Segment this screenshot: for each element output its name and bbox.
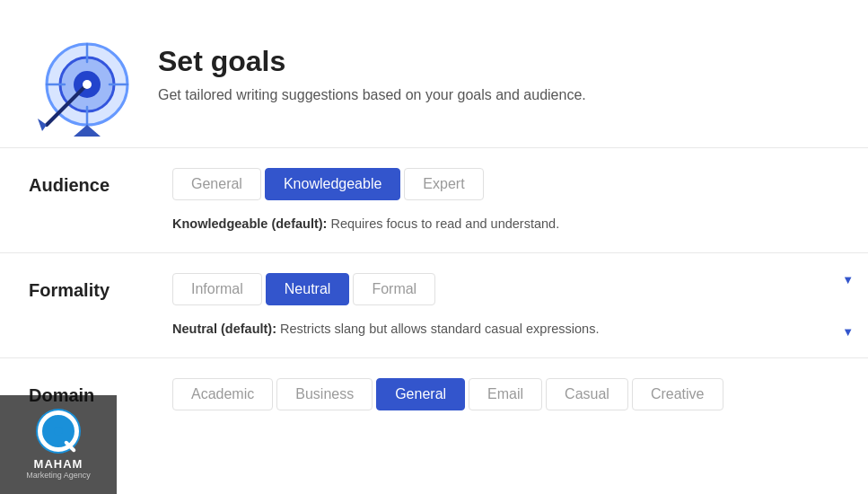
audience-general-button[interactable]: General [172, 168, 261, 200]
domain-academic-button[interactable]: Academic [172, 378, 273, 410]
svg-point-6 [83, 80, 92, 89]
domain-creative-button[interactable]: Creative [632, 378, 723, 410]
formality-description: Neutral (default): Restricts slang but a… [172, 316, 839, 340]
domain-button-group: Academic Business General Email Casual C… [172, 378, 839, 410]
svg-marker-12 [74, 125, 101, 137]
svg-marker-7 [38, 119, 47, 131]
domain-content: Academic Business General Email Casual C… [172, 378, 839, 421]
scroll-controls: ▼ [842, 273, 854, 287]
audience-description-rest: Requires focus to read and understand. [330, 216, 559, 231]
page-container: Set goals Get tailored writing suggestio… [0, 0, 868, 494]
audience-description: Knowledgeable (default): Requires focus … [172, 211, 839, 234]
domain-business-button[interactable]: Business [276, 378, 373, 410]
audience-description-bold: Knowledgeable (default): [172, 216, 327, 231]
logo-search-handle [64, 440, 76, 453]
domain-casual-button[interactable]: Casual [546, 378, 628, 410]
audience-button-group: General Knowledgeable Expert [172, 168, 839, 200]
formality-formal-button[interactable]: Formal [353, 273, 435, 305]
header-section: Set goals Get tailored writing suggestio… [0, 0, 868, 148]
audience-section: Audience General Knowledgeable Expert Kn… [0, 148, 868, 253]
formality-description-rest: Restricts slang but allows standard casu… [280, 322, 599, 336]
page-subtitle: Get tailored writing suggestions based o… [158, 85, 586, 105]
audience-expert-button[interactable]: Expert [404, 168, 483, 200]
formality-content: Informal Neutral Formal Neutral (default… [172, 273, 839, 340]
audience-label: Audience [29, 168, 172, 196]
logo-main-text: MAHAM [34, 457, 83, 471]
domain-general-button[interactable]: General [376, 378, 465, 410]
scroll-down-arrow[interactable]: ▼ [842, 325, 854, 339]
scroll-up-arrow[interactable]: ▼ [842, 273, 854, 287]
formality-section: Formality Informal Neutral Formal Neutra… [0, 253, 868, 358]
formality-label: Formality [29, 273, 172, 301]
formality-description-bold: Neutral (default): [172, 322, 276, 336]
formality-neutral-button[interactable]: Neutral [266, 273, 350, 305]
logo-sub-text: Marketing Agency [26, 471, 91, 481]
audience-knowledgeable-button[interactable]: Knowledgeable [265, 168, 400, 200]
page-title: Set goals [158, 45, 586, 78]
audience-content: General Knowledgeable Expert Knowledgeab… [172, 168, 839, 234]
scroll-down-arrow-container: ▼ [842, 323, 854, 340]
formality-button-group: Informal Neutral Formal [172, 273, 839, 305]
header-text: Set goals Get tailored writing suggestio… [158, 45, 586, 105]
domain-section: Domain Academic Business General Email C… [0, 358, 868, 421]
logo-overlay: MAHAM Marketing Agency [0, 395, 117, 494]
formality-informal-button[interactable]: Informal [172, 273, 262, 305]
domain-email-button[interactable]: Email [469, 378, 542, 410]
logo-icon [36, 409, 81, 454]
target-icon [29, 22, 136, 129]
